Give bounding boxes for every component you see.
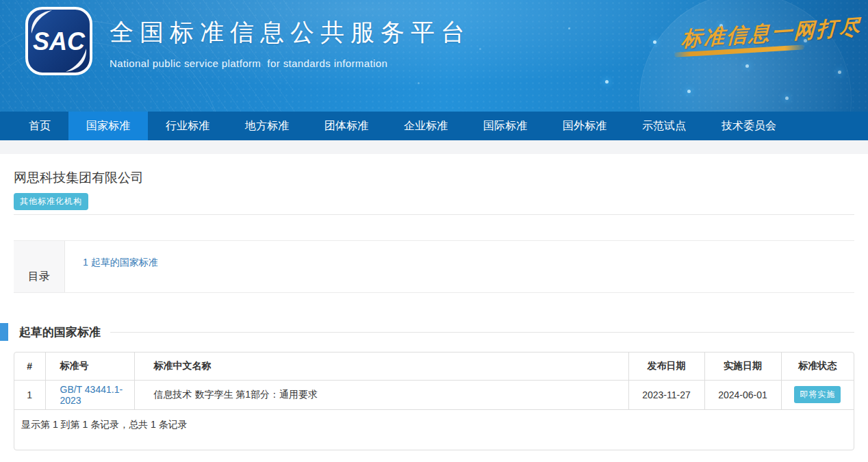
nav-item-technical-committee[interactable]: 技术委员会 — [704, 112, 794, 140]
standards-table-card: # 标准号 标准中文名称 发布日期 实施日期 标准状态 1 GB/T 43441… — [14, 352, 854, 450]
col-header-name-cn: 标准中文名称 — [134, 352, 628, 380]
nav-item-international-standards[interactable]: 国际标准 — [465, 112, 545, 140]
nav-item-foreign-standards[interactable]: 国外标准 — [545, 112, 624, 140]
banner-titles: 全国标准信息公共服务平台 National public service pla… — [110, 16, 471, 69]
standards-table: # 标准号 标准中文名称 发布日期 实施日期 标准状态 1 GB/T 43441… — [14, 352, 854, 410]
toc-link-drafted-national-standards[interactable]: 1 起草的国家标准 — [83, 257, 158, 268]
cell-index: 1 — [14, 380, 45, 409]
main-content: 网思科技集团有限公司 其他标准化机构 目录 1 起草的国家标准 起草的国家标准 … — [0, 154, 868, 462]
nav-item-national-standards[interactable]: 国家标准 — [68, 112, 148, 140]
sac-logo-icon[interactable]: SAC — [25, 6, 93, 76]
col-header-status: 标准状态 — [781, 352, 854, 380]
main-nav: 首页 国家标准 行业标准 地方标准 团体标准 企业标准 国际标准 国外标准 示范… — [0, 112, 868, 140]
toc-label: 目录 — [14, 241, 65, 292]
site-title: 全国标准信息公共服务平台 — [110, 16, 471, 49]
cell-pub-date: 2023-11-27 — [628, 380, 704, 409]
org-name: 网思科技集团有限公司 — [14, 154, 854, 187]
table-header-row: # 标准号 标准中文名称 发布日期 实施日期 标准状态 — [14, 352, 854, 380]
divider — [14, 214, 854, 215]
col-header-std-no: 标准号 — [45, 352, 134, 380]
section-title: 起草的国家标准 — [19, 324, 101, 340]
section-header: 起草的国家标准 — [0, 323, 854, 341]
standard-number-link[interactable]: GB/T 43441.1-2023 — [60, 384, 123, 406]
page-background-band — [0, 140, 868, 154]
table-record-summary: 显示第 1 到第 1 条记录，总共 1 条记录 — [14, 410, 854, 450]
col-header-pub-date: 发布日期 — [628, 352, 704, 380]
toc-body: 1 起草的国家标准 — [65, 241, 854, 292]
cell-status: 即将实施 — [781, 380, 854, 409]
nav-item-home[interactable]: 首页 — [11, 112, 68, 140]
cell-name-cn: 信息技术 数字孪生 第1部分：通用要求 — [134, 380, 628, 409]
site-banner: SAC 全国标准信息公共服务平台 National public service… — [0, 0, 868, 112]
col-header-impl-date: 实施日期 — [704, 352, 781, 380]
table-row: 1 GB/T 43441.1-2023 信息技术 数字孪生 第1部分：通用要求 … — [14, 380, 854, 409]
cell-std-no: GB/T 43441.1-2023 — [45, 380, 134, 409]
status-badge: 即将实施 — [794, 386, 841, 403]
nav-item-industry-standards[interactable]: 行业标准 — [148, 112, 227, 140]
nav-item-pilot-demo[interactable]: 示范试点 — [624, 112, 704, 140]
section-marker — [0, 323, 8, 341]
toc-panel: 目录 1 起草的国家标准 — [14, 240, 854, 293]
col-header-index: # — [14, 352, 45, 380]
cell-impl-date: 2024-06-01 — [704, 380, 781, 409]
svg-text:SAC: SAC — [33, 27, 86, 55]
nav-item-group-standards[interactable]: 团体标准 — [307, 112, 386, 140]
nav-item-local-standards[interactable]: 地方标准 — [227, 112, 307, 140]
nav-item-enterprise-standards[interactable]: 企业标准 — [386, 112, 465, 140]
org-type-badge: 其他标准化机构 — [14, 193, 88, 210]
site-subtitle: National public service platform for sta… — [110, 57, 471, 69]
section-title-line — [110, 332, 854, 333]
